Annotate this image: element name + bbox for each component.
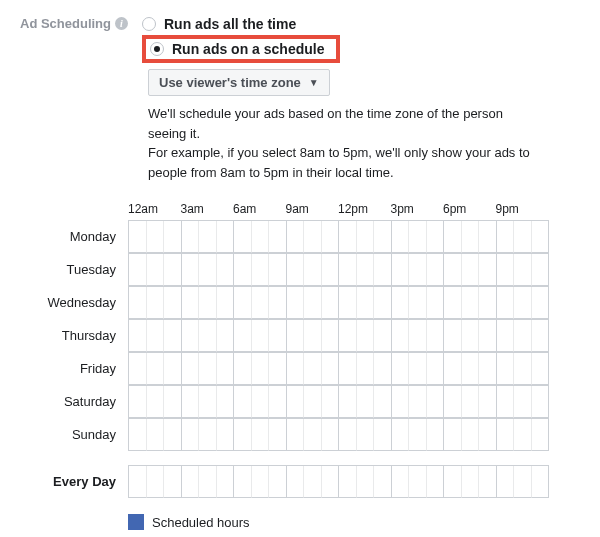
- schedule-cell[interactable]: [147, 287, 165, 319]
- schedule-cell[interactable]: [514, 353, 532, 385]
- schedule-cell[interactable]: [374, 320, 392, 352]
- cells-row[interactable]: [128, 352, 549, 385]
- schedule-cell[interactable]: [164, 386, 182, 418]
- schedule-cell[interactable]: [497, 221, 515, 253]
- schedule-cell[interactable]: [497, 320, 515, 352]
- schedule-cell[interactable]: [374, 466, 392, 498]
- schedule-cell[interactable]: [374, 287, 392, 319]
- schedule-cell[interactable]: [479, 254, 497, 286]
- schedule-cell[interactable]: [217, 466, 235, 498]
- schedule-cell[interactable]: [409, 320, 427, 352]
- schedule-cell[interactable]: [217, 386, 235, 418]
- schedule-cell[interactable]: [479, 386, 497, 418]
- schedule-cell[interactable]: [339, 221, 357, 253]
- schedule-cell[interactable]: [182, 386, 200, 418]
- cells-row[interactable]: [128, 319, 549, 352]
- schedule-cell[interactable]: [217, 320, 235, 352]
- schedule-cell[interactable]: [392, 221, 410, 253]
- schedule-cell[interactable]: [497, 254, 515, 286]
- schedule-cell[interactable]: [444, 466, 462, 498]
- schedule-cell[interactable]: [182, 287, 200, 319]
- schedule-cell[interactable]: [357, 386, 375, 418]
- schedule-cell[interactable]: [164, 221, 182, 253]
- schedule-cell[interactable]: [392, 386, 410, 418]
- radio-on-schedule[interactable]: Run ads on a schedule: [142, 35, 340, 63]
- schedule-cell[interactable]: [374, 419, 392, 451]
- cells-row[interactable]: [128, 286, 549, 319]
- schedule-cell[interactable]: [374, 353, 392, 385]
- schedule-cell[interactable]: [147, 353, 165, 385]
- schedule-cell[interactable]: [532, 320, 550, 352]
- schedule-cell[interactable]: [427, 221, 445, 253]
- schedule-cell[interactable]: [287, 320, 305, 352]
- schedule-cell[interactable]: [322, 221, 340, 253]
- schedule-cell[interactable]: [479, 419, 497, 451]
- schedule-cell[interactable]: [147, 419, 165, 451]
- schedule-cell[interactable]: [392, 419, 410, 451]
- schedule-cell[interactable]: [234, 287, 252, 319]
- schedule-cell[interactable]: [252, 466, 270, 498]
- schedule-cell[interactable]: [339, 254, 357, 286]
- schedule-cell[interactable]: [129, 466, 147, 498]
- schedule-cell[interactable]: [462, 353, 480, 385]
- schedule-cell[interactable]: [269, 466, 287, 498]
- schedule-cell[interactable]: [269, 419, 287, 451]
- schedule-cell[interactable]: [199, 353, 217, 385]
- schedule-cell[interactable]: [217, 419, 235, 451]
- schedule-cell[interactable]: [322, 419, 340, 451]
- schedule-cell[interactable]: [322, 386, 340, 418]
- schedule-cell[interactable]: [287, 287, 305, 319]
- schedule-cell[interactable]: [182, 221, 200, 253]
- schedule-cell[interactable]: [532, 466, 550, 498]
- schedule-cell[interactable]: [182, 353, 200, 385]
- schedule-cell[interactable]: [252, 221, 270, 253]
- schedule-cell[interactable]: [164, 320, 182, 352]
- schedule-cell[interactable]: [374, 254, 392, 286]
- schedule-cell[interactable]: [199, 221, 217, 253]
- schedule-cell[interactable]: [444, 287, 462, 319]
- cells-row[interactable]: [128, 465, 549, 498]
- schedule-cell[interactable]: [427, 287, 445, 319]
- schedule-cell[interactable]: [479, 320, 497, 352]
- radio-all-time[interactable]: Run ads all the time: [142, 16, 538, 32]
- schedule-cell[interactable]: [462, 254, 480, 286]
- schedule-cell[interactable]: [392, 466, 410, 498]
- schedule-cell[interactable]: [147, 386, 165, 418]
- schedule-cell[interactable]: [217, 287, 235, 319]
- schedule-cell[interactable]: [339, 320, 357, 352]
- schedule-cell[interactable]: [497, 466, 515, 498]
- schedule-cell[interactable]: [199, 386, 217, 418]
- schedule-cell[interactable]: [252, 386, 270, 418]
- schedule-cell[interactable]: [409, 221, 427, 253]
- schedule-cell[interactable]: [514, 320, 532, 352]
- schedule-cell[interactable]: [234, 466, 252, 498]
- schedule-cell[interactable]: [199, 466, 217, 498]
- schedule-cell[interactable]: [304, 466, 322, 498]
- schedule-cell[interactable]: [269, 287, 287, 319]
- schedule-cell[interactable]: [357, 221, 375, 253]
- schedule-cell[interactable]: [409, 287, 427, 319]
- schedule-cell[interactable]: [129, 353, 147, 385]
- schedule-cell[interactable]: [462, 221, 480, 253]
- schedule-cell[interactable]: [357, 254, 375, 286]
- schedule-cell[interactable]: [339, 386, 357, 418]
- schedule-cell[interactable]: [444, 353, 462, 385]
- schedule-cell[interactable]: [217, 353, 235, 385]
- schedule-cell[interactable]: [164, 353, 182, 385]
- schedule-cell[interactable]: [287, 254, 305, 286]
- schedule-cell[interactable]: [357, 287, 375, 319]
- schedule-cell[interactable]: [304, 254, 322, 286]
- schedule-cell[interactable]: [234, 386, 252, 418]
- schedule-cell[interactable]: [322, 466, 340, 498]
- schedule-cell[interactable]: [427, 320, 445, 352]
- schedule-cell[interactable]: [129, 221, 147, 253]
- schedule-cell[interactable]: [444, 254, 462, 286]
- schedule-cell[interactable]: [147, 320, 165, 352]
- schedule-cell[interactable]: [339, 419, 357, 451]
- schedule-cell[interactable]: [304, 320, 322, 352]
- schedule-cell[interactable]: [392, 353, 410, 385]
- schedule-cell[interactable]: [164, 287, 182, 319]
- cells-row[interactable]: [128, 253, 549, 286]
- schedule-cell[interactable]: [322, 254, 340, 286]
- schedule-cell[interactable]: [129, 320, 147, 352]
